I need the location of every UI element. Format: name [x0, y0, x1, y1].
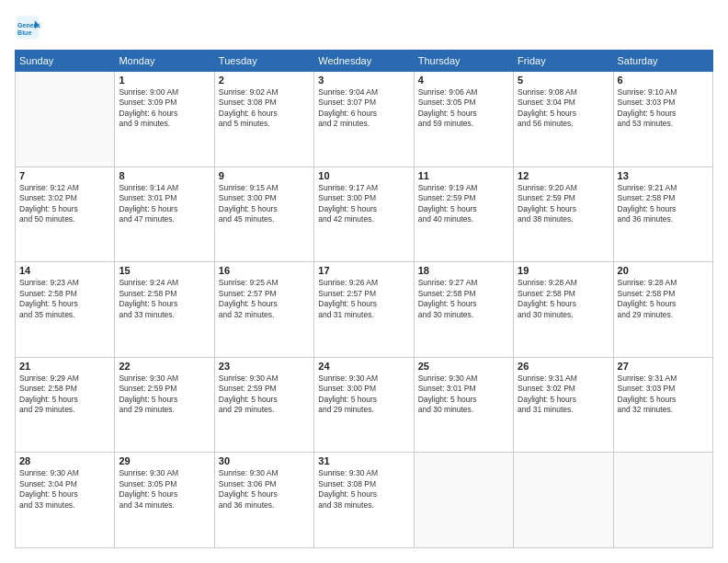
- day-info: Sunrise: 9:04 AM Sunset: 3:07 PM Dayligh…: [318, 87, 409, 130]
- day-number: 31: [318, 455, 409, 466]
- calendar-cell: 27Sunrise: 9:31 AM Sunset: 3:03 PM Dayli…: [613, 357, 712, 453]
- calendar-week-row: 21Sunrise: 9:29 AM Sunset: 2:58 PM Dayli…: [16, 357, 713, 453]
- calendar-cell: 13Sunrise: 9:21 AM Sunset: 2:58 PM Dayli…: [613, 167, 712, 262]
- day-info: Sunrise: 9:30 AM Sunset: 3:00 PM Dayligh…: [318, 373, 409, 416]
- page: General Blue SundayMondayTuesdayWednesda…: [0, 0, 728, 563]
- day-number: 19: [518, 265, 609, 276]
- day-info: Sunrise: 9:21 AM Sunset: 2:58 PM Dayligh…: [618, 183, 709, 225]
- day-number: 10: [318, 170, 409, 181]
- day-number: 20: [618, 265, 709, 276]
- calendar-cell: 12Sunrise: 9:20 AM Sunset: 2:59 PM Dayli…: [514, 167, 613, 262]
- calendar-cell: 30Sunrise: 9:30 AM Sunset: 3:06 PM Dayli…: [214, 453, 313, 548]
- day-info: Sunrise: 9:30 AM Sunset: 2:59 PM Dayligh…: [119, 373, 210, 416]
- col-header-saturday: Saturday: [613, 51, 712, 72]
- calendar-table: SundayMondayTuesdayWednesdayThursdayFrid…: [15, 50, 713, 548]
- day-info: Sunrise: 9:26 AM Sunset: 2:57 PM Dayligh…: [318, 278, 409, 320]
- logo: General Blue: [15, 15, 44, 40]
- day-info: Sunrise: 9:31 AM Sunset: 3:02 PM Dayligh…: [518, 373, 609, 416]
- calendar-cell: [514, 453, 613, 548]
- col-header-sunday: Sunday: [16, 51, 115, 72]
- calendar-cell: 7Sunrise: 9:12 AM Sunset: 3:02 PM Daylig…: [16, 167, 115, 262]
- calendar-cell: 26Sunrise: 9:31 AM Sunset: 3:02 PM Dayli…: [514, 357, 613, 453]
- calendar-cell: 15Sunrise: 9:24 AM Sunset: 2:58 PM Dayli…: [115, 262, 214, 358]
- day-number: 6: [618, 75, 709, 86]
- calendar-cell: 29Sunrise: 9:30 AM Sunset: 3:05 PM Dayli…: [115, 453, 214, 548]
- day-number: 30: [219, 455, 310, 466]
- calendar-cell: 5Sunrise: 9:08 AM Sunset: 3:04 PM Daylig…: [514, 72, 613, 167]
- calendar-cell: 1Sunrise: 9:00 AM Sunset: 3:09 PM Daylig…: [115, 72, 214, 167]
- calendar-cell: 21Sunrise: 9:29 AM Sunset: 2:58 PM Dayli…: [16, 357, 115, 453]
- day-info: Sunrise: 9:29 AM Sunset: 2:58 PM Dayligh…: [19, 373, 110, 416]
- calendar-cell: [414, 453, 513, 548]
- day-info: Sunrise: 9:14 AM Sunset: 3:01 PM Dayligh…: [119, 183, 210, 225]
- day-number: 3: [318, 75, 409, 86]
- day-info: Sunrise: 9:08 AM Sunset: 3:04 PM Dayligh…: [518, 87, 609, 130]
- col-header-tuesday: Tuesday: [214, 51, 313, 72]
- calendar-cell: 17Sunrise: 9:26 AM Sunset: 2:57 PM Dayli…: [314, 262, 414, 358]
- day-info: Sunrise: 9:25 AM Sunset: 2:57 PM Dayligh…: [219, 278, 310, 320]
- day-info: Sunrise: 9:30 AM Sunset: 3:08 PM Dayligh…: [318, 468, 409, 511]
- calendar-cell: 10Sunrise: 9:17 AM Sunset: 3:00 PM Dayli…: [314, 167, 414, 262]
- calendar-cell: 22Sunrise: 9:30 AM Sunset: 2:59 PM Dayli…: [115, 357, 214, 453]
- day-info: Sunrise: 9:19 AM Sunset: 2:59 PM Dayligh…: [418, 183, 509, 225]
- day-info: Sunrise: 9:30 AM Sunset: 3:06 PM Dayligh…: [219, 468, 310, 511]
- day-info: Sunrise: 9:30 AM Sunset: 3:05 PM Dayligh…: [119, 468, 210, 511]
- calendar-cell: 2Sunrise: 9:02 AM Sunset: 3:08 PM Daylig…: [214, 72, 313, 167]
- day-info: Sunrise: 9:17 AM Sunset: 3:00 PM Dayligh…: [318, 183, 409, 225]
- col-header-friday: Friday: [514, 51, 613, 72]
- day-info: Sunrise: 9:12 AM Sunset: 3:02 PM Dayligh…: [19, 183, 110, 225]
- day-info: Sunrise: 9:28 AM Sunset: 2:58 PM Dayligh…: [518, 278, 609, 320]
- day-number: 8: [119, 170, 210, 181]
- day-number: 16: [219, 265, 310, 276]
- day-info: Sunrise: 9:28 AM Sunset: 2:58 PM Dayligh…: [618, 278, 709, 320]
- day-info: Sunrise: 9:30 AM Sunset: 3:01 PM Dayligh…: [418, 373, 509, 416]
- day-number: 23: [219, 361, 310, 372]
- day-number: 12: [518, 170, 609, 181]
- day-info: Sunrise: 9:10 AM Sunset: 3:03 PM Dayligh…: [618, 87, 709, 130]
- calendar-cell: 31Sunrise: 9:30 AM Sunset: 3:08 PM Dayli…: [314, 453, 414, 548]
- calendar-cell: [16, 72, 115, 167]
- calendar-cell: 20Sunrise: 9:28 AM Sunset: 2:58 PM Dayli…: [613, 262, 712, 358]
- day-info: Sunrise: 9:06 AM Sunset: 3:05 PM Dayligh…: [418, 87, 509, 130]
- day-info: Sunrise: 9:15 AM Sunset: 3:00 PM Dayligh…: [219, 183, 310, 225]
- day-info: Sunrise: 9:24 AM Sunset: 2:58 PM Dayligh…: [119, 278, 210, 320]
- day-number: 22: [119, 361, 210, 372]
- day-info: Sunrise: 9:30 AM Sunset: 2:59 PM Dayligh…: [219, 373, 310, 416]
- day-number: 7: [19, 170, 110, 181]
- calendar-cell: 18Sunrise: 9:27 AM Sunset: 2:58 PM Dayli…: [414, 262, 513, 358]
- day-info: Sunrise: 9:02 AM Sunset: 3:08 PM Dayligh…: [219, 87, 310, 130]
- calendar-cell: 24Sunrise: 9:30 AM Sunset: 3:00 PM Dayli…: [314, 357, 414, 453]
- calendar-cell: 3Sunrise: 9:04 AM Sunset: 3:07 PM Daylig…: [314, 72, 414, 167]
- day-info: Sunrise: 9:31 AM Sunset: 3:03 PM Dayligh…: [618, 373, 709, 416]
- calendar-cell: 28Sunrise: 9:30 AM Sunset: 3:04 PM Dayli…: [16, 453, 115, 548]
- day-number: 9: [219, 170, 310, 181]
- day-number: 15: [119, 265, 210, 276]
- calendar-cell: 9Sunrise: 9:15 AM Sunset: 3:00 PM Daylig…: [214, 167, 313, 262]
- day-number: 4: [418, 75, 509, 86]
- svg-text:Blue: Blue: [17, 29, 31, 36]
- calendar-week-row: 7Sunrise: 9:12 AM Sunset: 3:02 PM Daylig…: [16, 167, 713, 262]
- calendar-header-row: SundayMondayTuesdayWednesdayThursdayFrid…: [16, 51, 713, 72]
- calendar-cell: 16Sunrise: 9:25 AM Sunset: 2:57 PM Dayli…: [214, 262, 313, 358]
- day-info: Sunrise: 9:00 AM Sunset: 3:09 PM Dayligh…: [119, 87, 210, 130]
- calendar-cell: 14Sunrise: 9:23 AM Sunset: 2:58 PM Dayli…: [16, 262, 115, 358]
- day-number: 28: [19, 455, 110, 466]
- day-number: 2: [219, 75, 310, 86]
- calendar-cell: 11Sunrise: 9:19 AM Sunset: 2:59 PM Dayli…: [414, 167, 513, 262]
- col-header-thursday: Thursday: [414, 51, 513, 72]
- day-number: 14: [19, 265, 110, 276]
- day-number: 1: [119, 75, 210, 86]
- day-number: 17: [318, 265, 409, 276]
- calendar-cell: 23Sunrise: 9:30 AM Sunset: 2:59 PM Dayli…: [214, 357, 313, 453]
- day-number: 13: [618, 170, 709, 181]
- calendar-week-row: 14Sunrise: 9:23 AM Sunset: 2:58 PM Dayli…: [16, 262, 713, 358]
- calendar-cell: 19Sunrise: 9:28 AM Sunset: 2:58 PM Dayli…: [514, 262, 613, 358]
- day-info: Sunrise: 9:27 AM Sunset: 2:58 PM Dayligh…: [418, 278, 509, 320]
- day-info: Sunrise: 9:23 AM Sunset: 2:58 PM Dayligh…: [19, 278, 110, 320]
- header: General Blue: [15, 15, 713, 40]
- calendar-cell: 4Sunrise: 9:06 AM Sunset: 3:05 PM Daylig…: [414, 72, 513, 167]
- day-number: 5: [518, 75, 609, 86]
- day-number: 26: [518, 361, 609, 372]
- day-number: 27: [618, 361, 709, 372]
- logo-icon: General Blue: [15, 15, 40, 40]
